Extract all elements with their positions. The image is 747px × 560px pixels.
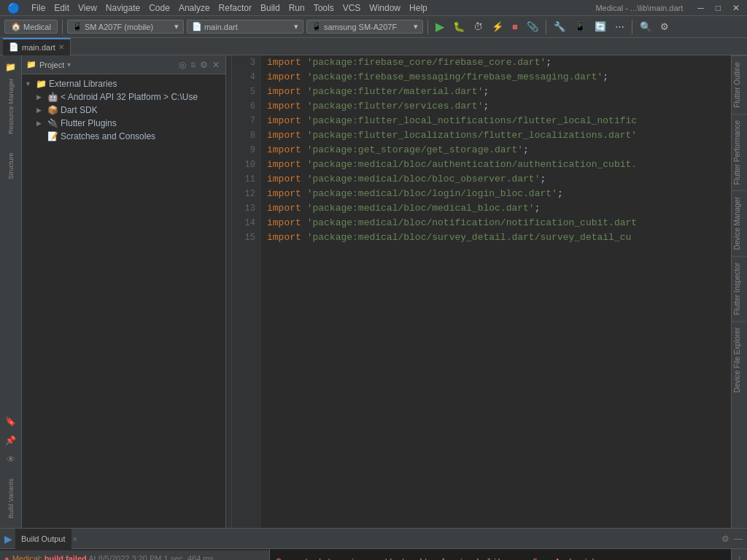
maximize-button[interactable]: □ (711, 1, 725, 15)
build-item-0[interactable]: ● Medical: build failed At 8/5/2022 3:20… (0, 551, 269, 560)
menu-help[interactable]: Help (405, 1, 432, 15)
code-line-3: import 'package:firebase_core/firebase_c… (267, 55, 725, 70)
line-num-13: 13 (238, 201, 255, 216)
sidebar-structure-icon[interactable]: Structure (2, 144, 20, 188)
menu-analyze[interactable]: Analyze (174, 1, 214, 15)
more-button[interactable]: ⋯ (612, 20, 627, 34)
build-settings-icon[interactable]: ⚙ (720, 532, 731, 545)
debug-button[interactable]: 🐛 (450, 20, 468, 34)
sdk-manager-button[interactable]: 🔧 (551, 20, 568, 34)
device-dropdown[interactable]: 📱 SM A207F (mobile) ▾ (67, 20, 184, 34)
sidebar-resource-icon[interactable]: Resource Manager (2, 77, 20, 136)
tab-label: main.dart (22, 43, 55, 52)
sidebar-bookmark-icon[interactable]: 🔖 (2, 413, 20, 430)
tab-main-dart[interactable]: 📄 main.dart ✕ (3, 38, 71, 55)
code-lines[interactable]: import 'package:firebase_core/firebase_c… (261, 55, 731, 528)
toolbar-separator-2 (427, 20, 428, 34)
menu-tools[interactable]: Tools (309, 1, 338, 15)
attach-button[interactable]: 📎 (524, 20, 541, 34)
code-line-14: import 'package:medical/bloc/notificatio… (267, 216, 725, 230)
tree-arrow-dart: ▶ (36, 106, 45, 114)
project-dropdown[interactable]: 🏠 Medical (4, 20, 58, 34)
settings-button[interactable]: ⚙ (657, 20, 672, 34)
build-list[interactable]: ● Medical: build failed At 8/5/2022 3:20… (0, 549, 270, 560)
flutter-performance-panel[interactable]: Flutter Performance (732, 114, 748, 190)
build-error-text: Cannot determine path to 'tools.jar' lib… (276, 557, 595, 560)
build-scroll-up-icon[interactable]: ↑ (736, 552, 743, 560)
device2-dropdown[interactable]: 📱 samsung SM-A207F ▾ (306, 20, 423, 34)
device-file-explorer-panel[interactable]: Device File Explorer (732, 321, 748, 398)
main-layout: 📁 Resource Manager Structure 🔖 📌 👁 Build… (0, 55, 747, 528)
code-line-15: import 'package:medical/bloc/survey_deta… (267, 230, 725, 245)
flutter-plugin-icon: 🔌 (47, 118, 58, 128)
project-panel-title: Project (39, 61, 64, 69)
toolbar-separator-3 (546, 20, 546, 34)
tab-close-button[interactable]: ✕ (58, 43, 64, 51)
tree-scratches[interactable]: 📝 Scratches and Consoles (22, 130, 225, 143)
tab-file-icon: 📄 (9, 42, 19, 52)
flutter-outline-panel[interactable]: Flutter Outline (732, 55, 748, 114)
build-minimize-icon[interactable]: — (732, 532, 744, 545)
collapse-icon[interactable]: ≡ (189, 58, 197, 71)
panel-options-icon[interactable]: ⚙ (198, 58, 209, 71)
panel-header-icons: ◎ ≡ ⚙ ✕ (177, 58, 221, 71)
right-panels: Flutter Outline Flutter Performance Devi… (731, 55, 747, 528)
sidebar-pin-icon[interactable]: 📌 (2, 432, 20, 449)
menu-refactor[interactable]: Refactor (214, 1, 256, 15)
search-everywhere-button[interactable]: 🔍 (637, 20, 654, 34)
build-tab-icons: ⚙ — (720, 532, 747, 545)
sidebar-eye-icon[interactable]: 👁 (2, 451, 20, 468)
locate-icon[interactable]: ◎ (177, 58, 187, 71)
panel-close-icon[interactable]: ✕ (211, 58, 221, 71)
code-line-10: import 'package:medical/bloc/authenticat… (267, 158, 725, 172)
profile-button[interactable]: ⏱ (471, 20, 486, 34)
tree-dart-sdk[interactable]: ▶ 📦 Dart SDK (22, 104, 225, 117)
close-button[interactable]: ✕ (728, 1, 744, 15)
file-dropdown[interactable]: 📄 main.dart ▾ (187, 20, 303, 34)
code-line-5: import 'package:flutter/material.dart'; (267, 85, 725, 99)
menu-edit[interactable]: Edit (50, 1, 74, 15)
menu-code[interactable]: Code (144, 1, 174, 15)
device2-icon: 📱 (311, 22, 322, 31)
hot-reload-button[interactable]: ⚡ (489, 20, 506, 34)
menu-file[interactable]: File (27, 1, 50, 15)
flutter-inspector-panel[interactable]: Flutter Inspector (732, 256, 748, 321)
menu-window[interactable]: Window (365, 1, 405, 15)
code-line-9: import 'package:get_storage/get_storage.… (267, 143, 725, 158)
device-chevron-icon: ▾ (174, 22, 179, 31)
project-panel-header: 📁 Project ▾ ◎ ≡ ⚙ ✕ (22, 55, 225, 74)
build-tab-output[interactable]: Build Output (15, 529, 71, 549)
line-num-9: 9 (238, 143, 255, 158)
avd-manager-button[interactable]: 📱 (571, 20, 589, 34)
error-icon-0: ● (4, 553, 9, 560)
menu-vcs[interactable]: VCS (338, 1, 365, 15)
line-num-14: 14 (238, 216, 255, 230)
menu-build[interactable]: Build (256, 1, 285, 15)
dart-sdk-icon: 📦 (47, 105, 58, 115)
menu-bar: 🔵 File Edit View Navigate Code Analyze R… (0, 0, 747, 16)
sidebar-build-variant-icon[interactable]: Build Variants (2, 470, 20, 528)
project-name: Medical (23, 23, 51, 31)
sync-button[interactable]: 🔄 (592, 20, 609, 34)
menu-run[interactable]: Run (285, 1, 309, 15)
tree-flutter-plugins[interactable]: ▶ 🔌 Flutter Plugins (22, 117, 225, 130)
toolbar: 🏠 Medical 📱 SM A207F (mobile) ▾ 📄 main.d… (0, 16, 747, 38)
build-msg-0: Medical: build failed At 8/5/2022 3:20 P… (12, 553, 214, 560)
sidebar-project-icon[interactable]: 📁 (2, 58, 20, 76)
code-content[interactable]: 3 4 5 6 7 8 9 10 11 12 13 14 15 import '… (226, 55, 731, 528)
build-tab-close[interactable]: × (73, 534, 77, 543)
tree-android-api[interactable]: ▶ 🤖 < Android API 32 Platform > C:\Use (22, 90, 225, 104)
window-title: Medical - ...\lib\main.dart (591, 2, 687, 14)
run-button[interactable]: ▶ (433, 18, 447, 35)
tree-external-libraries[interactable]: ▼ 📁 External Libraries (22, 77, 225, 90)
stop-button[interactable]: ■ (509, 20, 521, 34)
android-api-label: < Android API 32 Platform > C:\Use (61, 92, 198, 102)
code-line-12: import 'package:medical/bloc/login/login… (267, 187, 725, 201)
line-num-15: 15 (238, 230, 255, 245)
project-panel-dropdown-icon[interactable]: ▾ (67, 61, 71, 69)
minimize-button[interactable]: ─ (693, 1, 708, 15)
device-manager-panel[interactable]: Device Manager (732, 190, 748, 256)
menu-view[interactable]: View (74, 1, 101, 15)
menu-navigate[interactable]: Navigate (101, 1, 144, 15)
build-tab-label: Build Output (21, 534, 66, 543)
